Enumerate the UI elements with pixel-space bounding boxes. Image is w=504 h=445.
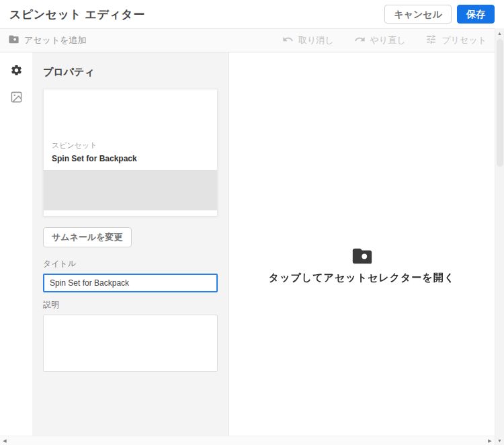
scrollbar-thumb[interactable] — [497, 39, 503, 167]
redo-label: やり直し — [370, 34, 406, 46]
title-label: タイトル — [43, 258, 218, 270]
toolbar-left: アセットを追加 — [8, 34, 87, 48]
scroll-left-arrow-icon[interactable]: ◀ — [0, 436, 9, 445]
scroll-up-arrow-icon[interactable]: ▲ — [495, 28, 504, 38]
redo-arrow-icon — [354, 34, 366, 47]
horizontal-scrollbar[interactable]: ◀ ▶ — [0, 436, 495, 445]
thumbnail-card: スピンセット Spin Set for Backpack — [43, 89, 218, 216]
undo-arrow-icon — [282, 34, 294, 47]
gear-icon — [10, 64, 23, 79]
vertical-scrollbar[interactable]: ▲ ▼ — [495, 28, 504, 445]
folder-search-icon — [8, 34, 19, 47]
empty-state: タップしてアセットセレクターを開く — [269, 245, 455, 284]
undo-button[interactable]: 取り消し — [282, 34, 334, 47]
description-label: 説明 — [43, 299, 218, 311]
thumbnail-title: Spin Set for Backpack — [52, 154, 209, 163]
undo-label: 取り消し — [298, 34, 334, 46]
toolbar: アセットを追加 取り消し — [0, 28, 495, 52]
scroll-down-arrow-icon[interactable]: ▼ — [495, 436, 504, 445]
properties-panel: プロパティ スピンセット Spin Set for Backpack サムネール… — [32, 52, 228, 436]
add-asset-label: アセットを追加 — [24, 34, 87, 46]
redo-button[interactable]: やり直し — [354, 34, 406, 47]
header: スピンセット エディター キャンセル 保存 — [0, 0, 504, 28]
tab-properties[interactable] — [5, 60, 28, 82]
cancel-button[interactable]: キャンセル — [384, 5, 452, 24]
title-input[interactable] — [43, 274, 218, 292]
thumbnail-type-label: スピンセット — [52, 140, 209, 151]
toolbar-right: 取り消し やり直し — [282, 34, 487, 47]
scroll-right-arrow-icon[interactable]: ▶ — [485, 436, 495, 445]
image-icon — [10, 91, 23, 106]
asset-selector-dropzone[interactable]: タップしてアセットセレクターを開く — [228, 52, 495, 436]
tab-images[interactable] — [5, 87, 28, 109]
preset-label: プリセット — [442, 34, 487, 46]
save-button[interactable]: 保存 — [457, 5, 495, 24]
description-textarea[interactable] — [43, 315, 218, 372]
add-asset-button[interactable]: アセットを追加 — [8, 34, 87, 47]
thumbnail-footer — [44, 210, 217, 216]
folder-search-icon — [351, 245, 374, 272]
side-rail — [0, 52, 32, 436]
header-actions: キャンセル 保存 — [384, 5, 495, 24]
thumbnail-placeholder-strip — [44, 170, 217, 210]
change-thumbnail-button[interactable]: サムネールを変更 — [43, 227, 132, 247]
page-title: スピンセット エディター — [9, 7, 145, 22]
thumbnail-preview: スピンセット Spin Set for Backpack — [44, 89, 217, 170]
empty-state-text: タップしてアセットセレクターを開く — [269, 272, 455, 284]
sliders-icon — [425, 34, 437, 47]
panel-heading: プロパティ — [43, 66, 218, 79]
spin-set-editor-window: スピンセット エディター キャンセル 保存 — [0, 0, 504, 445]
preset-button[interactable]: プリセット — [425, 34, 487, 47]
